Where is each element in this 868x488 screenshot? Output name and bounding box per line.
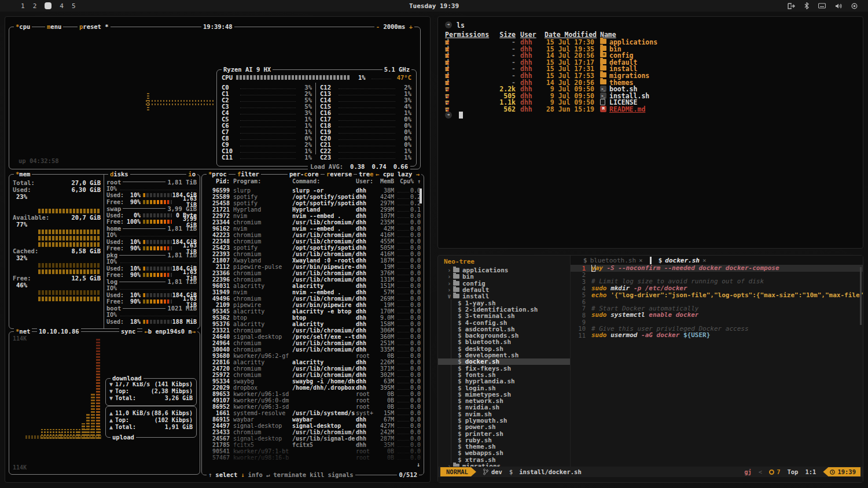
proc-reverse-toggle[interactable]: reverse (325, 171, 354, 178)
process-row[interactable]: 24497signal-desktopsignal-desktopdhh427M… (202, 423, 424, 429)
proc-command: /usr/lib/systemd/s (292, 410, 355, 416)
proc-program: nvim (233, 213, 291, 219)
process-row[interactable]: 22972nvimnvim --embed .dhh107M0.0 (202, 213, 424, 219)
process-row[interactable]: 90541kworker/u97:1-btroot0B0.0 (202, 448, 424, 454)
process-row[interactable]: 86915waybarwaybardhh67M0.0 (202, 416, 424, 423)
proc-command: /usr/lib/chromium/ (292, 340, 355, 346)
process-row[interactable]: 24640signal-desktop/proc/self/exe --tdhh… (202, 334, 424, 340)
proc-filter-button[interactable]: filter (236, 171, 261, 178)
process-row[interactable]: 25458spotify/opt/spotify/spotidhh297M0.2 (202, 200, 424, 206)
logout-icon[interactable] (788, 3, 795, 9)
mem-box-title[interactable]: *mem (14, 171, 32, 178)
process-row[interactable]: 57467kworker/u98:16-broot0B0.0 (202, 454, 424, 461)
command-line[interactable] (438, 477, 863, 482)
proc-percore-toggle[interactable]: per-core (288, 171, 321, 178)
process-row[interactable]: 23321chromium/usr/lib/chromium/dhh306M0.… (202, 327, 424, 334)
disk-usage-label: Free: (106, 272, 125, 278)
process-row[interactable]: 1661systemd-resolve/usr/lib/systemd/ssys… (202, 410, 424, 416)
volume-icon[interactable] (835, 3, 842, 9)
tab-docker.sh[interactable]: $docker.sh× (653, 256, 712, 265)
proc-sort-mode[interactable]: ← cpu lazy → (374, 171, 421, 178)
process-row[interactable]: 25589spotify/opt/spotify/spotidhh424M0.2 (202, 194, 424, 200)
process-row[interactable]: 86952kworker/u96:3-sdroot0B0.0 (202, 404, 424, 410)
file-size: 562 (494, 105, 516, 113)
process-row[interactable]: 96162nvimnvim --embed .dhh42M0.0 (202, 225, 424, 232)
process-row[interactable]: 23344chromium/usr/lib/chromium/dhh235M0.… (202, 219, 424, 225)
nvim-window[interactable]: Neo-tree ›applications›bin›config›defaul… (437, 255, 863, 483)
net-sync-toggle[interactable]: sync (119, 328, 137, 335)
process-row[interactable]: 93680kworker/u96:2-gfroot0B0.0 (202, 353, 424, 359)
disk-size: 3,99 GiB (167, 205, 197, 212)
process-row[interactable]: 42223chromium/usr/lib/chromium/dhh416M0.… (202, 232, 424, 238)
process-row[interactable]: 49496chromium/usr/lib/chromium/dhh269M0.… (202, 295, 424, 302)
folder-icon (453, 294, 459, 298)
process-row[interactable]: 95334swaybgswaybg -i /home/dhdhh63M0.0 (202, 378, 424, 385)
proc-command: waybar (292, 416, 355, 423)
proc-command: /usr/lib/chromium/ (292, 327, 355, 334)
disk-io-label: IO% (106, 258, 117, 265)
process-row[interactable]: 2112pipewire-pulse/usr/bin/pipewire-dhh1… (202, 264, 424, 270)
cpu-graph (146, 103, 214, 105)
process-row[interactable]: 96031alacrittyalacrittydhh151M0.0 (202, 283, 424, 289)
process-row[interactable]: 22396chromium/usr/lib/chromium/dhh131M0.… (202, 276, 424, 283)
process-row[interactable]: 49107kworker/u96:0-dmroot0B0.0 (202, 397, 424, 404)
process-row[interactable]: 21807XwaylandXwayland :0 -rootldhh187M0.… (202, 257, 424, 264)
process-row[interactable]: 22393chromium/usr/lib/chromium/dhh416M0.… (202, 251, 424, 257)
close-icon[interactable]: × (639, 257, 643, 264)
cpu-box-title[interactable]: *cpu (14, 23, 32, 31)
process-row[interactable]: 89653kworker/u96:1-sdroot0B0.0 (202, 391, 424, 397)
close-icon[interactable]: × (703, 257, 707, 264)
process-row[interactable]: 21785fcitx5fcitx5dhh35M0.0 (202, 442, 424, 448)
update-interval[interactable]: - 2000ms + (374, 23, 414, 31)
net-interface[interactable]: ←b enp194s0 n→ (142, 328, 197, 335)
process-row[interactable]: 22348chromium/usr/lib/chromium/dhh455M0.… (202, 238, 424, 245)
process-row[interactable]: 30040chromium/usr/lib/chromium/dhh335M0.… (202, 346, 424, 353)
process-row[interactable]: 23433chromium/usr/lib/chromium/dhh242M0.… (202, 429, 424, 435)
process-row[interactable]: 24964chromium/usr/lib/chromium/dhh251M0.… (202, 340, 424, 346)
process-row[interactable]: 95345alacrittyalacritty -e btopdhh170M0.… (202, 308, 424, 315)
proc-pid: 1661 (204, 410, 230, 416)
editor[interactable]: 1yay -S --noconfirm --needed docker dock… (571, 265, 863, 467)
proc-pid: 95376 (204, 321, 230, 327)
btop-window[interactable]: *cpu menu preset * 19:39:48 - 2000ms + u… (5, 16, 431, 483)
proc-cpu: 0.0 (406, 378, 421, 385)
process-list[interactable]: 96599slurpslurp -ordhh38M0.025589spotify… (202, 187, 424, 468)
net-scale-bottom: 114K (13, 464, 27, 471)
process-row[interactable]: 95376alacrittyalacrittydhh158M0.0 (202, 321, 424, 327)
disk-name: root (106, 179, 121, 186)
process-row[interactable]: 95362btopbtopdhh9.0M0.0 (202, 315, 424, 321)
script-icon: $ (583, 257, 587, 264)
proc-box-title[interactable]: *proc (207, 171, 229, 178)
process-row[interactable]: 31949nvimnvim --embed .dhh57M0.0 (202, 289, 424, 295)
tab-bluetooth.sh[interactable]: $bluetooth.sh× (578, 256, 649, 265)
process-row[interactable]: 22029dropbox/home/dhh/.dropboxdhh395M0.0 (202, 385, 424, 391)
menu-button[interactable]: menu (45, 23, 63, 31)
terminal-window[interactable]: ➜ ls Permissions Size User Date Modified… (437, 16, 863, 249)
proc-scroll-down-icon[interactable]: ↓ (417, 461, 420, 468)
proc-cpu: 0.0 (406, 295, 421, 302)
proc-tree-toggle[interactable]: tree (357, 171, 375, 178)
process-row[interactable]: 24720chromium/usr/lib/chromium/dhh371M0.… (202, 365, 424, 372)
bluetooth-icon[interactable] (804, 2, 809, 9)
process-row[interactable]: 21721HyprlandHyprlanddhh299M0.1 (202, 206, 424, 213)
net-stat-value: 3,26 GiB (165, 395, 193, 401)
keyboard-icon[interactable] (818, 3, 826, 9)
process-row[interactable]: 24567signal-desktop/usr/lib/signal-dedhh… (202, 435, 424, 442)
record-icon[interactable] (851, 3, 858, 9)
process-row[interactable]: 22816alacrittyalacrittydhh226M0.0 (202, 359, 424, 365)
editor-scrollbar[interactable] (860, 267, 862, 325)
proc-command: /usr/lib/chromium/ (292, 276, 355, 283)
process-row[interactable]: 25423spotify/opt/spotify/spotidhh505M0.0 (202, 245, 424, 251)
proc-cpu: 0.0 (406, 404, 421, 410)
net-box-title[interactable]: *net (14, 328, 32, 335)
proc-program: signal-desktop (233, 334, 291, 340)
process-row[interactable]: 2109pipewire/usr/bin/pipewiredhh19M0.0 (202, 302, 424, 308)
process-row[interactable]: 96599slurpslurp -ordhh38M0.0 (202, 187, 424, 194)
process-row[interactable]: 25972chromium/usr/lib/chromium/dhh302M0.… (202, 372, 424, 378)
disk-usage-meter (143, 213, 172, 217)
process-row[interactable]: 23366chromium/usr/lib/chromium/dhh376M0.… (202, 270, 424, 276)
preset-button[interactable]: preset * (78, 23, 111, 31)
proc-mem: 0B (371, 404, 394, 410)
proc-scrollbar[interactable] (420, 188, 422, 204)
proc-program: Xwayland (233, 257, 291, 264)
